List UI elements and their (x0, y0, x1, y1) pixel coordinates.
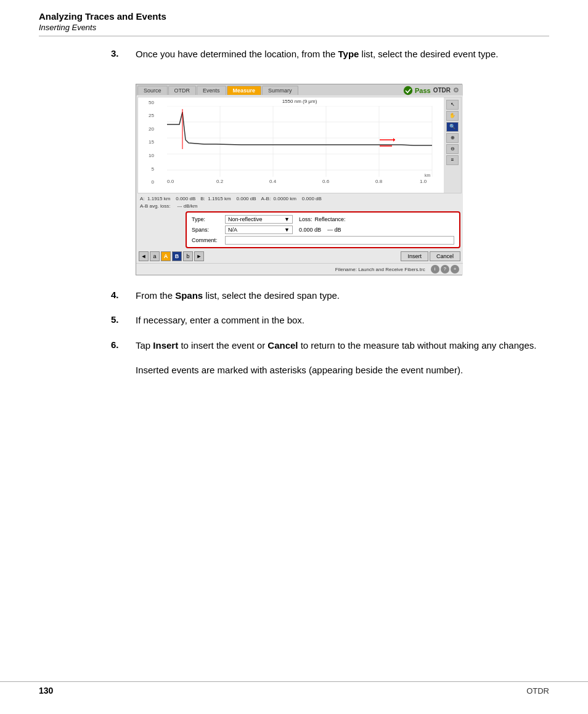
step-6: 6. Tap Insert to insert the event or Can… (111, 339, 549, 353)
chart-title: 1550 nm (9 μm) (155, 97, 444, 104)
insert-button[interactable]: Insert (401, 251, 428, 261)
type-row: Type: Non-reflective ▼ Loss: Reflectance… (192, 215, 454, 224)
comment-label: Comment: (192, 237, 223, 243)
type-arrow-icon: ▼ (284, 216, 290, 222)
spans-value: N/A (228, 227, 237, 233)
chart-container: 50 25 20 15 10 5 0 1550 nm (9 μm) (137, 97, 462, 193)
tool-zoom-fit[interactable]: ⊕ (446, 133, 459, 143)
tab-bar: Source OTDR Events Measure Summary Pass (136, 84, 463, 95)
svg-point-0 (404, 86, 412, 94)
step-4: 4. From the Spans list, select the desir… (111, 289, 549, 303)
page-title: Analyzing Traces and Events (39, 11, 549, 22)
main-content: 3. Once you have determined the location… (0, 36, 588, 378)
step-5-text: If necessary, enter a comment in the box… (136, 314, 549, 328)
y-label-0: 0 (139, 179, 154, 185)
circle-icon-2: ? (441, 265, 449, 274)
note-text: Inserted events are marked with asterisk… (136, 363, 549, 378)
type-select[interactable]: Non-reflective ▼ (225, 215, 293, 224)
tabs-left: Source OTDR Events Measure Summary (137, 86, 299, 95)
meas-b: B: 1.1915 km 0.000 dB (200, 196, 256, 201)
step-4-number: 4. (111, 290, 133, 300)
y-label-20: 20 (139, 126, 154, 132)
y-label-15: 15 (139, 139, 154, 145)
bottom-controls: ◄ a A B b ► Insert Cancel (136, 249, 463, 263)
y-axis: 50 25 20 15 10 5 0 (138, 97, 155, 193)
step-4-text: From the Spans list, select the desired … (136, 289, 549, 303)
pass-label: Pass (415, 87, 431, 94)
footer-product: OTDR (526, 686, 549, 696)
loss-label: Loss: (299, 216, 312, 222)
tab-bar-right: Pass OTDR ⚙ (403, 86, 462, 95)
chart-svg: 0.0 0.2 0.4 0.6 0.8 1.0 km (155, 106, 444, 186)
spans-select[interactable]: N/A ▼ (225, 225, 293, 234)
tab-measure[interactable]: Measure (227, 86, 262, 95)
y-label-50: 50 (139, 100, 154, 105)
filename-text: Filename: Launch and Receive Fibers.trc (335, 266, 425, 272)
tool-zoom-out[interactable]: ⊖ (446, 144, 459, 154)
measurements-bar: A: 1.1915 km 0.000 dB B: 1.1915 km 0.000… (136, 195, 463, 203)
page-container: Analyzing Traces and Events Inserting Ev… (0, 0, 588, 714)
svg-text:1.0: 1.0 (420, 179, 427, 184)
svg-text:0.6: 0.6 (322, 179, 330, 184)
svg-text:km: km (425, 173, 431, 177)
comment-row: Comment: (192, 236, 454, 245)
tab-summary[interactable]: Summary (262, 86, 298, 95)
tab-source[interactable]: Source (137, 86, 168, 95)
y-label-5: 5 (139, 166, 154, 172)
tool-cursor[interactable]: ↖ (446, 100, 459, 110)
otdr-label: OTDR (433, 87, 451, 94)
tool-extra[interactable]: ≡ (446, 155, 459, 165)
step-5-number: 5. (111, 314, 133, 325)
svg-marker-14 (393, 138, 395, 142)
svg-text:0.8: 0.8 (375, 179, 383, 184)
filename-bar: Filename: Launch and Receive Fibers.trc … (136, 263, 463, 275)
step-3-text: Once you have determined the location, f… (136, 47, 549, 62)
screenshot: Source OTDR Events Measure Summary Pass (136, 84, 462, 275)
nav-a-lower[interactable]: a (150, 251, 160, 261)
chart-tools: ↖ ✋ 🔍 ⊕ ⊖ ≡ (444, 97, 461, 193)
step-3-number: 3. (111, 48, 133, 59)
nav-b-lower[interactable]: b (183, 251, 193, 261)
footer-page-number: 130 (39, 686, 53, 696)
svg-text:0.0: 0.0 (167, 179, 174, 184)
tool-hand[interactable]: ✋ (446, 111, 459, 121)
meas-ab: A-B: 0.0000 km 0.000 dB (261, 196, 322, 201)
spans-row: Spans: N/A ▼ 0.000 dB --- dB (192, 225, 454, 234)
tab-otdr[interactable]: OTDR (168, 86, 197, 95)
y-label-10: 10 (139, 153, 154, 158)
nav-b-upper[interactable]: B (172, 251, 182, 261)
step-5: 5. If necessary, enter a comment in the … (111, 314, 549, 328)
type-value: Non-reflective (228, 216, 263, 222)
chart-area: 1550 nm (9 μm) (155, 97, 444, 193)
nav-next-icon[interactable]: ► (194, 251, 204, 261)
page-subtitle: Inserting Events (39, 23, 549, 32)
header: Analyzing Traces and Events Inserting Ev… (0, 0, 588, 36)
loss-value: 0.000 dB (299, 227, 321, 233)
meas-a: A: 1.1915 km 0.000 dB (140, 196, 195, 201)
tab-events[interactable]: Events (197, 86, 226, 95)
spans-arrow-icon: ▼ (284, 227, 290, 233)
spans-label: Spans: (192, 227, 223, 233)
app-mockup: Source OTDR Events Measure Summary Pass (136, 84, 463, 275)
svg-text:0.4: 0.4 (269, 179, 277, 184)
step-6-text: Tap Insert to insert the event or Cancel… (136, 339, 549, 353)
svg-text:0.2: 0.2 (216, 179, 224, 184)
y-label-25: 25 (139, 113, 154, 118)
nav-a-upper[interactable]: A (161, 251, 171, 261)
reflectance-label: Reflectance: (315, 216, 346, 222)
reflectance-value: --- dB (327, 227, 341, 233)
tool-zoom-in[interactable]: 🔍 (446, 122, 459, 132)
circle-icon-1: i (431, 265, 439, 274)
pass-badge: Pass (403, 86, 431, 95)
settings-icon[interactable]: ⚙ (453, 86, 459, 94)
circle-icon-3: + (451, 265, 459, 274)
step-3: 3. Once you have determined the location… (111, 47, 549, 62)
page-footer: 130 OTDR (0, 681, 588, 696)
comment-input[interactable] (225, 236, 454, 245)
cancel-button[interactable]: Cancel (430, 251, 460, 261)
pass-check-icon (403, 86, 413, 95)
step-6-number: 6. (111, 339, 133, 350)
type-label: Type: (192, 216, 223, 222)
nav-prev-icon[interactable]: ◄ (139, 251, 149, 261)
avg-loss: A-B avg. loss: --- dB/km (136, 203, 463, 210)
